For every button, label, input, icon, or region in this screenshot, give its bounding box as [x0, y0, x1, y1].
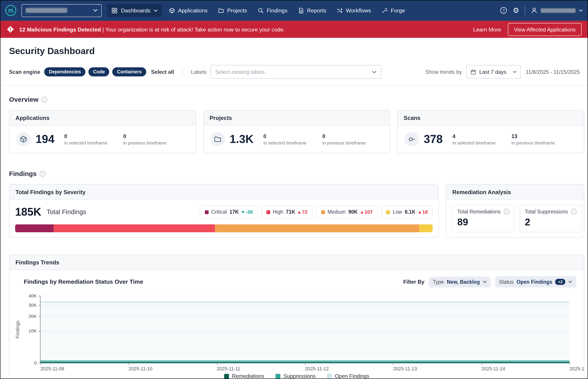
metric-label: Total Remediations [457, 209, 500, 215]
card-title: Scans [397, 110, 584, 126]
learn-more-link[interactable]: Learn More [473, 26, 501, 32]
total-findings-label: Total Findings [47, 208, 86, 216]
chevron-down-icon [372, 70, 376, 73]
card-title: Projects [204, 110, 390, 126]
info-icon[interactable] [571, 209, 577, 215]
card-value: 1.3K [230, 133, 253, 146]
card-title: Remediation Analysis [446, 185, 584, 200]
overview-card-applications: Applications 194 0 in selected timeframe… [9, 110, 196, 153]
navbar-right: ? ⚙ [500, 6, 583, 15]
y-tick: 40K [29, 293, 37, 299]
labels-input[interactable] [215, 69, 372, 75]
divider [182, 67, 183, 77]
engine-pill-code[interactable]: Code [88, 67, 109, 77]
y-tick: 0 [34, 361, 37, 366]
y-tick-mark [39, 316, 41, 317]
type-filter-dropdown[interactable]: Type New, Backlog [429, 276, 491, 287]
low-swatch [386, 210, 390, 214]
legend-suppressions[interactable]: Suppressions [276, 373, 316, 379]
nav-forge[interactable]: Forge [378, 4, 409, 17]
trend-period-dropdown[interactable]: Last 7 days [467, 65, 521, 79]
metric-value: 2 [525, 216, 577, 228]
x-tick-label: 2025-11-15 [569, 366, 584, 371]
legend-swatch [276, 374, 280, 379]
nav-projects[interactable]: Projects [214, 4, 251, 17]
findings-trends-card: Findings Trends Findings by Remediation … [9, 255, 584, 379]
show-trends-by-label: Show trends by [426, 69, 462, 75]
nav-applications[interactable]: Applications [165, 4, 211, 17]
x-tick-label: 2025-11-09 [41, 366, 64, 371]
chevron-down-icon [154, 9, 158, 12]
divider [525, 6, 525, 15]
arrow-up-icon [360, 211, 364, 213]
chip-name: Critical [211, 209, 227, 215]
selected-timeframe-label: in selected timeframe [64, 140, 107, 145]
labels-select[interactable] [210, 65, 381, 79]
previous-timeframe-label: in previous timeframe [322, 140, 366, 145]
high-swatch [266, 210, 270, 214]
suppressions-line [41, 361, 570, 362]
select-all-link[interactable]: Select all [151, 69, 174, 75]
y-tick: 10K [29, 329, 37, 334]
mend-logo-icon[interactable]: m [5, 5, 16, 16]
nav-dashboards-label: Dashboards [121, 7, 150, 13]
workflows-icon [337, 7, 343, 13]
view-affected-applications-button[interactable]: View Affected Applications [508, 23, 582, 36]
engine-pill-containers[interactable]: Containers [113, 67, 146, 77]
applications-icon [16, 132, 30, 146]
severity-chip-high[interactable]: High 71K 72 [262, 205, 312, 219]
org-selector[interactable] [21, 4, 102, 17]
nav-dashboards[interactable]: Dashboards [107, 4, 162, 17]
legend-label: Suppressions [284, 373, 316, 379]
redacted-org-name [26, 8, 67, 13]
chart-legend: Remediations Suppressions Open Findings [17, 373, 576, 379]
info-icon[interactable] [41, 97, 47, 103]
trend-period-value: Last 7 days [479, 69, 510, 75]
user-menu[interactable] [531, 7, 583, 14]
status-filter-dropdown[interactable]: Status Open Findings +2 [495, 276, 576, 287]
search-icon [258, 7, 264, 13]
chip-delta: 107 [360, 209, 373, 215]
y-tick-mark [39, 331, 41, 332]
x-tick-mark [129, 363, 129, 365]
engine-pill-dependencies[interactable]: Dependencies [44, 67, 86, 77]
arrow-down-icon [242, 211, 245, 213]
info-icon[interactable] [504, 209, 509, 215]
x-tick-label: 2025-11-12 [305, 366, 329, 371]
total-remediations-metric: Total Remediations 89 [452, 205, 515, 232]
filter-by-label: Filter By [403, 279, 424, 285]
info-icon[interactable] [40, 171, 45, 177]
x-tick-label: 2025-11-13 [393, 366, 417, 371]
chevron-down-icon [568, 281, 572, 283]
nav-workflows[interactable]: Workflows [333, 4, 375, 17]
status-filter-value: Open Findings [516, 279, 552, 285]
section-divider [0, 85, 588, 86]
legend-remediations[interactable]: Remediations [224, 373, 264, 379]
scan-engine-label: Scan engine [9, 69, 40, 75]
forge-icon [382, 7, 388, 13]
nav-findings[interactable]: Findings [254, 4, 291, 17]
projects-icon [218, 7, 224, 13]
help-icon[interactable]: ? [500, 7, 507, 14]
severity-chip-low[interactable]: Low 6.1K 18 [382, 205, 433, 219]
alert-message: 12 Malicious Findings Detected | Your or… [19, 26, 285, 32]
severity-chip-critical[interactable]: Critical 17K -38 [200, 205, 258, 219]
card-title: Total Findings by Severity [10, 185, 438, 200]
chip-value: 71K [286, 209, 295, 215]
y-tick-mark [39, 296, 41, 296]
gear-icon[interactable]: ⚙ [513, 7, 519, 14]
medium-swatch [321, 210, 325, 214]
alert-body-text: Your organization is at risk of attack! … [105, 26, 285, 32]
card-value: 194 [35, 133, 54, 146]
severity-chip-medium[interactable]: Medium 90K 107 [316, 205, 378, 219]
chip-name: Low [393, 209, 402, 215]
y-tick: 20K [29, 314, 37, 319]
nav-workflows-label: Workflows [346, 7, 371, 13]
legend-open-findings[interactable]: Open Findings [327, 373, 369, 379]
nav-forge-label: Forge [391, 7, 405, 13]
y-tick-mark [39, 305, 41, 306]
chevron-down-icon [93, 9, 98, 12]
previous-timeframe-label: in previous timeframe [511, 140, 555, 145]
nav-reports[interactable]: Reports [294, 4, 330, 17]
chip-delta: -38 [242, 209, 253, 215]
